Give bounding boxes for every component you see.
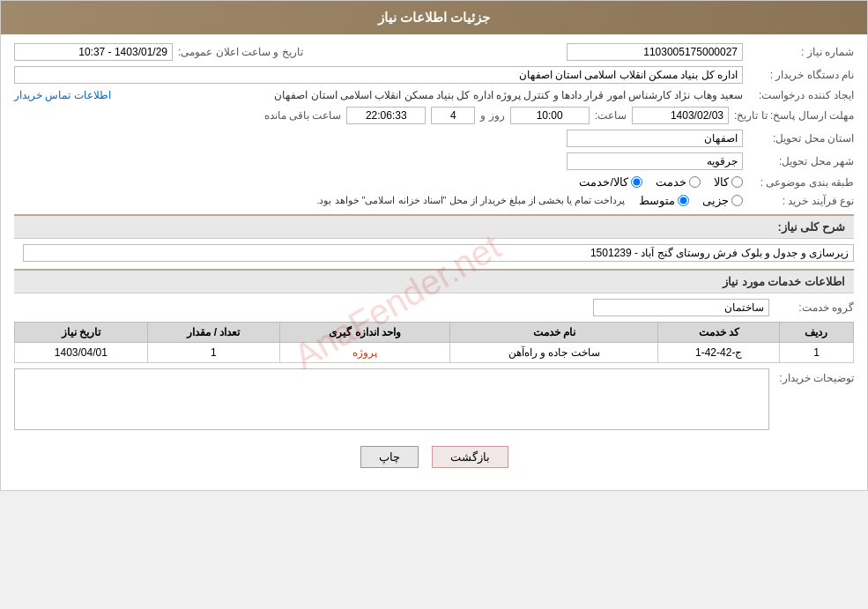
cell-row-num: 1 (779, 343, 853, 363)
col-service-code: کد خدمت (658, 323, 780, 343)
cell-unit[interactable]: پروژه (280, 343, 450, 363)
description-label: شرح کلی نیاز: (777, 220, 845, 234)
purchase-mota-label: متوسط (639, 194, 675, 207)
purchase-type-radio-group: جزیی متوسط (639, 194, 743, 207)
requester-label: نام دستگاه خریدار : (748, 69, 854, 81)
category-option-khedmat[interactable]: خدمت (656, 175, 701, 189)
province-input[interactable] (567, 130, 743, 147)
cell-service-code: ج-42-42-1 (658, 343, 780, 363)
page-container: جزئیات اطلاعات نیاز شماره نیاز : تاریخ و… (0, 0, 868, 491)
row-creator: ایجاد کننده درخواست: سعید وهاب نژاد کارش… (14, 89, 854, 101)
category-kala-khedmat-label: کالا/خدمت (579, 175, 628, 189)
purchase-type-radio-jozi[interactable] (731, 195, 743, 206)
time-label: ساعت: (595, 109, 627, 122)
buyer-notes-label: توضیحات خریدار: (775, 368, 854, 384)
category-radio-kala[interactable] (731, 176, 743, 188)
announce-date-label: تاریخ و ساعت اعلان عمومی: (178, 46, 303, 58)
col-unit: واحد اندازه گیری (280, 323, 450, 343)
services-header-label: اطلاعات خدمات مورد نیاز (723, 275, 845, 288)
purchase-type-jozi[interactable]: جزیی (702, 194, 743, 207)
category-khedmat-label: خدمت (656, 175, 686, 189)
requester-input[interactable] (14, 66, 743, 84)
category-radio-group: کالا خدمت کالا/خدمت (579, 175, 743, 189)
city-input[interactable] (567, 152, 743, 170)
description-section-header: شرح کلی نیاز: (14, 214, 854, 239)
province-label: استان محل تحویل: (748, 132, 854, 145)
service-group-label: گروه خدمت: (775, 301, 854, 314)
announce-date-input[interactable] (14, 43, 173, 61)
content-area: شماره نیاز : تاریخ و ساعت اعلان عمومی: ن… (1, 34, 867, 490)
cell-quantity: 1 (147, 343, 279, 363)
row-service-group: گروه خدمت: (14, 299, 854, 316)
page-header: جزئیات اطلاعات نیاز (1, 1, 867, 34)
col-quantity: تعداد / مقدار (147, 323, 279, 343)
purchase-type-label: نوع فرآیند خرید : (748, 195, 854, 207)
request-number-label: شماره نیاز : (748, 46, 854, 58)
category-radio-kala-khedmat[interactable] (631, 176, 642, 188)
remaining-input[interactable] (346, 107, 426, 124)
row-province: استان محل تحویل: (14, 130, 854, 147)
category-kala-label: کالا (714, 175, 729, 189)
button-row: بازگشت چاپ (14, 435, 854, 481)
service-group-input[interactable] (593, 299, 769, 316)
days-input[interactable] (431, 107, 475, 124)
back-button[interactable]: بازگشت (432, 446, 508, 468)
cell-date: 1403/04/01 (15, 343, 148, 363)
services-table-container: ردیف کد خدمت نام خدمت واحد اندازه گیری ت… (14, 322, 854, 363)
creator-value: سعید وهاب نژاد کارشناس امور قرار دادها و… (116, 89, 743, 101)
table-row: 1 ج-42-42-1 ساخت جاده و راه‌آهن پروژه 1 … (15, 343, 854, 363)
purchase-type-radio-mota[interactable] (678, 195, 689, 206)
deadline-date-input[interactable] (632, 107, 729, 124)
row-category: طبقه بندی موضوعی : کالا خدمت کالا/خدمت (14, 175, 854, 189)
print-button[interactable]: چاپ (360, 446, 419, 468)
description-row (14, 244, 854, 262)
contact-link[interactable]: اطلاعات تماس خریدار (14, 89, 111, 101)
cell-service-name: ساخت جاده و راه‌آهن (449, 343, 657, 363)
col-row-num: ردیف (779, 323, 853, 343)
row-purchase-type: نوع فرآیند خرید : جزیی متوسط پرداخت تمام… (14, 194, 854, 207)
creator-label: ایجاد کننده درخواست: (748, 89, 854, 101)
days-label: روز و (480, 109, 504, 122)
remaining-label: ساعت باقی مانده (264, 109, 342, 122)
category-label: طبقه بندی موضوعی : (748, 176, 854, 189)
buyer-notes-textarea[interactable] (14, 368, 769, 430)
services-table: ردیف کد خدمت نام خدمت واحد اندازه گیری ت… (14, 322, 854, 363)
row-request-number: شماره نیاز : تاریخ و ساعت اعلان عمومی: (14, 43, 854, 61)
category-radio-khedmat[interactable] (689, 176, 701, 188)
row-city: شهر محل تحویل: (14, 152, 854, 170)
deadline-time-input[interactable] (510, 107, 590, 124)
city-label: شهر محل تحویل: (748, 155, 854, 167)
col-service-name: نام خدمت (449, 323, 657, 343)
deadline-label: مهلت ارسال پاسخ: تا تاریخ: (734, 109, 854, 122)
request-number-input[interactable] (567, 43, 743, 61)
category-option-kala-khedmat[interactable]: کالا/خدمت (579, 175, 642, 189)
col-date: تاریخ نیاز (15, 323, 148, 343)
category-option-kala[interactable]: کالا (714, 175, 743, 189)
row-requester: نام دستگاه خریدار : (14, 66, 854, 84)
row-deadline: مهلت ارسال پاسخ: تا تاریخ: ساعت: روز و س… (14, 107, 854, 124)
purchase-jozi-label: جزیی (702, 194, 729, 207)
services-section-header: اطلاعات خدمات مورد نیاز (14, 269, 854, 293)
purchase-type-mota[interactable]: متوسط (639, 194, 689, 207)
buyer-notes-section: توضیحات خریدار: (14, 368, 854, 430)
description-input[interactable] (23, 244, 854, 262)
page-title: جزئیات اطلاعات نیاز (378, 10, 490, 25)
purchase-note: پرداخت تمام یا بخشی از مبلغ خریدار از مح… (14, 195, 625, 206)
